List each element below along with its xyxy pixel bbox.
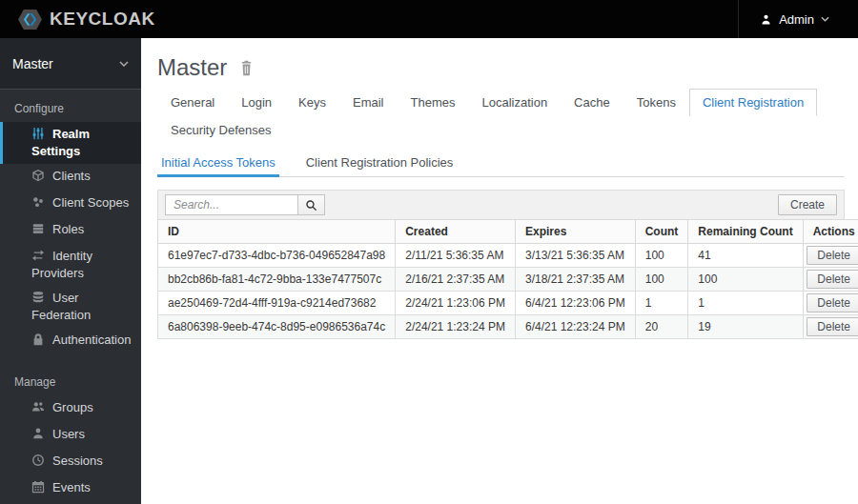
subtab-initial-access-tokens[interactable]: Initial Access Tokens	[157, 149, 279, 177]
brand-text: KEYCLOAK	[50, 9, 155, 30]
cube-icon	[31, 169, 52, 186]
tab-security-defenses[interactable]: Security Defenses	[157, 116, 285, 144]
cell-count: 1	[635, 292, 688, 315]
clock-icon	[31, 454, 52, 471]
cell-remaining-count: 100	[688, 268, 803, 292]
cell-count: 100	[635, 268, 688, 292]
sidebar-item-identity-providers[interactable]: Identity Providers	[0, 244, 141, 286]
chevron-down-icon	[821, 16, 829, 22]
sidebar-item-label: Users	[52, 427, 85, 441]
column-header-id: ID	[158, 220, 396, 244]
cell-id: bb2cb86b-fa81-4c72-9bba-133e7477507c	[158, 268, 396, 292]
tab-general[interactable]: General	[157, 89, 228, 116]
arrows-swap-icon	[31, 249, 52, 266]
table-toolbar: Create	[157, 190, 845, 219]
user-icon	[760, 13, 772, 26]
cell-id: ae250469-72d4-4fff-919a-c9214ed73682	[158, 292, 396, 315]
groups-icon	[31, 400, 52, 417]
table-row: ae250469-72d4-4fff-919a-c9214ed73682 2/2…	[158, 292, 858, 315]
tab-themes[interactable]: Themes	[397, 89, 468, 116]
lock-icon	[31, 333, 52, 350]
tab-email[interactable]: Email	[339, 89, 398, 116]
database-icon	[31, 291, 52, 308]
search-input[interactable]	[165, 194, 298, 215]
realm-tabs: General Login Keys Email Themes Localiza…	[157, 89, 845, 144]
cell-created: 2/16/21 2:37:35 AM	[396, 268, 516, 292]
sidebar-item-label: Groups	[52, 400, 93, 414]
column-header-actions: Actions	[803, 220, 858, 244]
user-menu-label: Admin	[779, 12, 814, 27]
cell-count: 20	[635, 315, 688, 339]
sidebar-item-users[interactable]: Users	[0, 422, 141, 449]
create-button[interactable]: Create	[778, 194, 837, 215]
delete-button[interactable]: Delete	[807, 246, 858, 265]
cell-expires: 6/4/21 12:23:24 PM	[515, 315, 635, 339]
sidebar-item-clients[interactable]: Clients	[0, 164, 141, 191]
main-content: Master General Login Keys Email Themes L…	[141, 38, 858, 504]
topbar: KEYCLOAK Admin	[0, 0, 858, 38]
chevron-down-icon	[119, 61, 129, 67]
sidebar-item-realm-settings[interactable]: Realm Settings	[0, 122, 141, 164]
sidebar-item-label: Clients	[52, 169, 91, 183]
cell-created: 2/24/21 1:23:24 PM	[396, 315, 516, 339]
sidebar-item-groups[interactable]: Groups	[0, 395, 141, 422]
tab-tokens[interactable]: Tokens	[623, 89, 689, 116]
delete-button[interactable]: Delete	[807, 270, 858, 289]
sidebar-item-label: Authentication	[52, 333, 131, 347]
sidebar-item-label: Sessions	[52, 454, 103, 468]
cell-created: 2/24/21 1:23:06 PM	[396, 292, 516, 315]
cell-id: 61e97ec7-d733-4dbc-b736-049652847a98	[158, 244, 396, 268]
column-header-count: Count	[635, 220, 688, 244]
sliders-icon	[31, 127, 52, 144]
cell-created: 2/11/21 5:36:35 AM	[396, 244, 516, 268]
search-button[interactable]	[298, 194, 325, 215]
calendar-icon	[31, 480, 52, 497]
table-row: 61e97ec7-d733-4dbc-b736-049652847a98 2/1…	[158, 244, 858, 268]
tab-keys[interactable]: Keys	[285, 89, 339, 116]
table-row: 6a806398-9eeb-474c-8d95-e0986536a74c 2/2…	[158, 315, 858, 339]
sidebar-item-label: Roles	[52, 222, 84, 236]
sidebar-item-roles[interactable]: Roles	[0, 217, 141, 244]
cell-expires: 3/13/21 5:36:35 AM	[515, 244, 635, 268]
sidebar-item-sessions[interactable]: Sessions	[0, 449, 141, 475]
tab-cache[interactable]: Cache	[561, 89, 623, 116]
tab-client-registration[interactable]: Client Registration	[689, 89, 817, 116]
list-icon	[31, 222, 52, 239]
cell-id: 6a806398-9eeb-474c-8d95-e0986536a74c	[158, 315, 396, 339]
sidebar: Master Configure Realm Settings Clients …	[0, 38, 141, 504]
user-icon	[31, 427, 52, 444]
cell-remaining-count: 1	[688, 292, 803, 315]
delete-button[interactable]: Delete	[807, 317, 858, 336]
sidebar-item-user-federation[interactable]: User Federation	[0, 286, 141, 328]
sidebar-item-authentication[interactable]: Authentication	[0, 328, 141, 354]
user-menu[interactable]: Admin	[738, 0, 858, 38]
realm-selector[interactable]: Master	[0, 38, 141, 90]
initial-access-tokens-table: ID Created Expires Count Remaining Count…	[157, 219, 858, 339]
column-header-remaining-count: Remaining Count	[688, 220, 803, 244]
sidebar-item-events[interactable]: Events	[0, 475, 141, 502]
delete-realm-trash-icon[interactable]	[239, 60, 254, 76]
cell-count: 100	[635, 244, 688, 268]
sidebar-section-manage: Manage	[0, 354, 141, 395]
sidebar-item-label: Events	[52, 480, 91, 494]
cell-expires: 6/4/21 12:23:06 PM	[515, 292, 635, 315]
sidebar-item-label: Client Scopes	[52, 195, 129, 210]
client-registration-subtabs: Initial Access Tokens Client Registratio…	[157, 149, 845, 177]
cell-expires: 3/18/21 2:37:35 AM	[515, 268, 635, 292]
table-header-row: ID Created Expires Count Remaining Count…	[158, 220, 858, 244]
cell-remaining-count: 41	[688, 244, 803, 268]
keycloak-logo-icon	[17, 9, 43, 30]
subtab-client-registration-policies[interactable]: Client Registration Policies	[302, 149, 458, 177]
tab-login[interactable]: Login	[228, 89, 285, 116]
table-row: bb2cb86b-fa81-4c72-9bba-133e7477507c 2/1…	[158, 268, 858, 292]
cell-remaining-count: 19	[688, 315, 803, 339]
tab-localization[interactable]: Localization	[468, 89, 561, 116]
keycloak-logo: KEYCLOAK	[0, 9, 155, 30]
column-header-created: Created	[396, 220, 516, 244]
column-header-expires: Expires	[515, 220, 635, 244]
sidebar-item-client-scopes[interactable]: Client Scopes	[0, 191, 141, 217]
scopes-icon	[31, 195, 52, 212]
search-icon	[305, 199, 317, 212]
delete-button[interactable]: Delete	[807, 293, 858, 312]
page-title: Master	[157, 54, 227, 81]
